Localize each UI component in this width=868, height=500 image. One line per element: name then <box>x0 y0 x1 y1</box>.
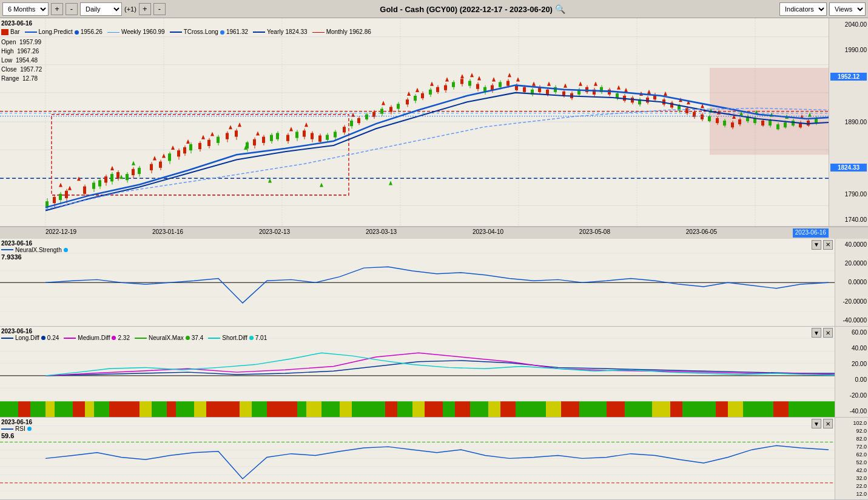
date-2023-03-13: 2023-03-13 <box>366 228 397 238</box>
rsi-close-button[interactable]: ✕ <box>823 419 833 428</box>
short-diff-dot <box>249 336 254 340</box>
neuralx-close-button[interactable]: ✕ <box>823 240 833 250</box>
close-row: Close 1957.72 <box>1 65 371 74</box>
date-2023-01-16: 2023-01-16 <box>152 228 183 238</box>
svg-rect-302 <box>221 401 240 417</box>
high-row: High 1967.26 <box>1 47 371 56</box>
svg-rect-257 <box>776 124 779 129</box>
svg-rect-290 <box>55 401 73 417</box>
svg-rect-153 <box>468 81 471 85</box>
svg-rect-318 <box>455 401 470 417</box>
svg-rect-310 <box>340 401 352 417</box>
svg-rect-338 <box>761 401 773 417</box>
svg-rect-109 <box>326 135 329 140</box>
price-chart: 2023-06-16 Bar Long.Predict 1956.26 Week… <box>0 18 868 227</box>
svg-rect-304 <box>252 401 267 417</box>
yearly-value: 1824.33 <box>285 28 307 36</box>
svg-rect-106 <box>318 136 321 142</box>
low-value: 1954.48 <box>16 57 38 64</box>
weekly-icon <box>107 32 119 33</box>
price-chart-date: 2023-06-16 <box>1 19 371 28</box>
svg-rect-120 <box>365 115 368 119</box>
svg-rect-128 <box>389 107 392 112</box>
rsi-panel: 2023-06-16 RSI 59.6 ▼ ✕ <box>0 418 868 500</box>
long-predict-label: Long.Predict <box>39 28 73 36</box>
medium-diff-label: Medium.Diff <box>78 335 110 341</box>
svg-rect-53 <box>150 164 153 170</box>
rsi-level-22: 22.0 <box>836 483 867 489</box>
neuralx-max-item: NeuralX.Max 37.4 <box>135 335 203 341</box>
price-level-1740: 1740.00 <box>830 216 867 223</box>
svg-rect-334 <box>698 401 716 417</box>
diff-collapse-button[interactable]: ▼ <box>812 328 821 338</box>
close-value: 1957.72 <box>20 66 42 73</box>
svg-rect-244 <box>738 119 741 124</box>
svg-rect-23 <box>53 197 56 203</box>
svg-rect-317 <box>443 401 455 417</box>
tcross-icon <box>170 32 182 33</box>
rsi-axis: 102.0 92.0 82.0 72.0 62.0 52.0 42.0 32.0… <box>835 418 868 499</box>
neuralx-date: 2023-06-16 <box>1 240 68 247</box>
views-select[interactable]: Views <box>829 2 866 16</box>
neuralx-label: NeuralX.Strength <box>15 247 62 253</box>
neuralx-level-m20: -20.0000 <box>836 298 867 305</box>
svg-rect-335 <box>716 401 728 417</box>
period-add-button[interactable]: + <box>51 3 63 15</box>
svg-rect-50 <box>138 168 141 174</box>
monthly-icon <box>312 32 325 33</box>
neuralx-collapse-button[interactable]: ▼ <box>812 240 821 250</box>
diff-panel: 2023-06-16 Long.Diff 0.24 Medium.Diff 2.… <box>0 327 868 418</box>
svg-rect-294 <box>109 401 121 417</box>
svg-rect-124 <box>380 109 383 114</box>
chart-container: 2023-06-16 Bar Long.Predict 1956.26 Week… <box>0 18 868 500</box>
medium-diff-icon <box>64 338 76 339</box>
interval-sub-button[interactable]: - <box>153 3 166 15</box>
svg-rect-324 <box>546 401 561 417</box>
svg-rect-40 <box>110 174 113 181</box>
svg-rect-113 <box>343 127 346 132</box>
svg-rect-231 <box>701 115 704 119</box>
period-select[interactable]: 6 Months 1 Week 1 Month 3 Months 1 Year … <box>2 2 49 16</box>
svg-rect-130 <box>397 104 400 108</box>
bar-icon <box>1 29 8 35</box>
weekly-label: Weekly <box>121 28 141 36</box>
open-row: Open 1957.99 <box>1 38 371 47</box>
neuralx-level-20: 20.0000 <box>836 260 867 267</box>
svg-rect-236 <box>716 118 719 123</box>
svg-rect-84 <box>246 142 249 148</box>
svg-rect-325 <box>561 401 579 417</box>
rsi-collapse-button[interactable]: ▼ <box>812 419 821 428</box>
svg-rect-303 <box>240 401 252 417</box>
svg-rect-80 <box>235 130 238 136</box>
rsi-level-62: 62.0 <box>836 452 867 458</box>
long-diff-label: Long.Diff <box>15 335 39 341</box>
search-icon[interactable]: 🔍 <box>555 4 565 14</box>
neuralx-level-m40: -40.0000 <box>836 317 867 324</box>
diff-close-button[interactable]: ✕ <box>823 328 833 338</box>
svg-rect-307 <box>297 401 306 417</box>
svg-rect-62 <box>177 150 180 156</box>
svg-rect-225 <box>685 108 688 113</box>
rsi-row: RSI <box>1 425 32 432</box>
svg-rect-319 <box>470 401 488 417</box>
indicators-select[interactable]: Indicators <box>779 2 827 16</box>
period-sub-button[interactable]: - <box>66 3 78 15</box>
long-predict-value: 1956.26 <box>81 28 103 36</box>
current-price-label: 1952.12 <box>830 73 867 81</box>
interval-select[interactable]: Daily Weekly Monthly <box>80 2 122 16</box>
chart-title: Gold - Cash (GCY00) (2022-12-17 - 2023-0… <box>168 4 777 14</box>
svg-rect-56 <box>159 162 162 168</box>
diff-level-0: 0.00 <box>836 376 867 383</box>
rsi-label: RSI <box>15 425 25 432</box>
svg-rect-64 <box>183 147 186 153</box>
svg-rect-328 <box>607 401 625 417</box>
svg-rect-262 <box>792 121 795 125</box>
monthly-label: Monthly <box>326 28 348 36</box>
weekly-legend: Weekly 1960.99 <box>107 28 165 36</box>
date-2022-12-19: 2022-12-19 <box>45 228 76 238</box>
diff-level-m40: -40.00 <box>836 408 867 415</box>
yearly-legend: Yearly 1824.33 <box>253 28 308 36</box>
svg-rect-314 <box>397 401 412 417</box>
interval-add-button[interactable]: + <box>139 3 151 15</box>
svg-rect-252 <box>761 121 764 125</box>
